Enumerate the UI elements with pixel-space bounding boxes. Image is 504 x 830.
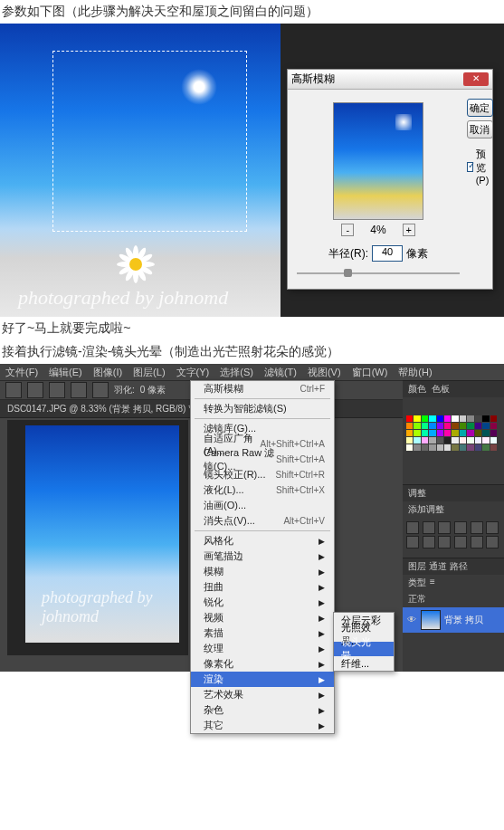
swatch[interactable] bbox=[452, 437, 458, 444]
menu-filter[interactable]: 滤镜(T) bbox=[259, 366, 302, 379]
swatch[interactable] bbox=[437, 444, 443, 451]
adj-icon[interactable] bbox=[423, 521, 435, 534]
menu-image[interactable]: 图像(I) bbox=[88, 366, 128, 379]
close-icon[interactable]: ✕ bbox=[463, 72, 489, 86]
feather-value[interactable]: 0 像素 bbox=[140, 384, 166, 396]
swatch[interactable] bbox=[422, 444, 428, 451]
menu-oil-paint[interactable]: 油画(O)... bbox=[191, 498, 334, 513]
swatch[interactable] bbox=[467, 430, 473, 436]
adj-icon[interactable] bbox=[454, 521, 467, 534]
swatch[interactable] bbox=[452, 444, 458, 451]
swatch[interactable] bbox=[482, 423, 489, 429]
swatch[interactable] bbox=[422, 415, 428, 422]
menu-vanishing-point[interactable]: 消失点(V)...Alt+Ctrl+V bbox=[191, 513, 334, 529]
swatch[interactable] bbox=[406, 444, 413, 451]
swatch[interactable] bbox=[482, 415, 489, 422]
menu-help[interactable]: 帮助(H) bbox=[393, 366, 437, 379]
menu-last-filter[interactable]: 高斯模糊Ctrl+F bbox=[191, 381, 334, 396]
radius-input[interactable]: 40 bbox=[372, 245, 403, 262]
swatch[interactable] bbox=[467, 423, 473, 429]
swatch[interactable] bbox=[490, 423, 497, 429]
swatch[interactable] bbox=[467, 437, 473, 444]
layers-tabs[interactable]: 图层 通道 路径 bbox=[403, 558, 504, 575]
sel-int-icon[interactable] bbox=[92, 382, 109, 398]
menu-lens-correction[interactable]: 镜头校正(R)...Shift+Ctrl+R bbox=[191, 467, 334, 482]
adj-icon[interactable] bbox=[486, 521, 499, 534]
swatch[interactable] bbox=[406, 430, 413, 436]
zoom-in-button[interactable]: + bbox=[403, 224, 415, 236]
menu-stylize[interactable]: 风格化▶ bbox=[191, 533, 334, 549]
swatch[interactable] bbox=[475, 430, 481, 436]
swatches-tabs[interactable]: 颜色 色板 bbox=[403, 380, 504, 397]
adjustments-header[interactable]: 调整 bbox=[403, 484, 504, 501]
layers-filter-row[interactable]: 类型≡ bbox=[403, 575, 504, 591]
swatch[interactable] bbox=[444, 430, 451, 436]
checkbox-icon[interactable] bbox=[467, 162, 473, 172]
swatch[interactable] bbox=[429, 415, 435, 422]
swatch[interactable] bbox=[460, 423, 466, 429]
preview-thumbnail[interactable] bbox=[333, 102, 423, 220]
zoom-out-button[interactable]: - bbox=[341, 224, 354, 236]
adjustments-icons[interactable] bbox=[403, 518, 504, 552]
adj-icon[interactable] bbox=[406, 536, 419, 549]
layer-name[interactable]: 背景 拷贝 bbox=[444, 614, 483, 626]
swatch[interactable] bbox=[475, 423, 481, 429]
swatch[interactable] bbox=[414, 415, 420, 422]
adj-icon[interactable] bbox=[486, 536, 499, 549]
sub-lens-flare[interactable]: 镜头光晕... bbox=[334, 642, 394, 656]
swatch[interactable] bbox=[422, 423, 428, 429]
swatch[interactable] bbox=[437, 415, 443, 422]
menu-other[interactable]: 其它▶ bbox=[191, 718, 334, 733]
cancel-button[interactable]: 取消 bbox=[467, 120, 493, 138]
swatch[interactable] bbox=[482, 437, 489, 444]
swatch[interactable] bbox=[429, 423, 435, 429]
slider-thumb[interactable] bbox=[344, 269, 352, 277]
swatches-grid[interactable] bbox=[406, 415, 497, 479]
menu-bar[interactable]: 文件(F) 编辑(E) 图像(I) 图层(L) 文字(Y) 选择(S) 滤镜(T… bbox=[0, 364, 504, 380]
menu-layer[interactable]: 图层(L) bbox=[128, 366, 170, 379]
menu-edit[interactable]: 编辑(E) bbox=[43, 366, 88, 379]
swatch[interactable] bbox=[460, 415, 466, 422]
swatch[interactable] bbox=[452, 430, 458, 436]
visibility-icon[interactable]: 👁 bbox=[406, 615, 417, 625]
swatch[interactable] bbox=[429, 437, 435, 444]
swatch[interactable] bbox=[406, 423, 413, 429]
menu-brush-strokes[interactable]: 画笔描边▶ bbox=[191, 549, 334, 564]
swatch[interactable] bbox=[467, 415, 473, 422]
swatch[interactable] bbox=[475, 437, 481, 444]
swatch[interactable] bbox=[414, 423, 420, 429]
swatch[interactable] bbox=[422, 430, 428, 436]
swatch[interactable] bbox=[437, 437, 443, 444]
swatch[interactable] bbox=[482, 444, 489, 451]
ok-button[interactable]: 确定 bbox=[467, 99, 493, 117]
adj-icon[interactable] bbox=[423, 536, 435, 549]
menu-convert-smart[interactable]: 转换为智能滤镜(S) bbox=[191, 401, 334, 416]
menu-select[interactable]: 选择(S) bbox=[214, 366, 259, 379]
menu-pixelate[interactable]: 像素化▶ bbox=[191, 656, 334, 672]
swatch[interactable] bbox=[452, 423, 458, 429]
menu-camera-raw[interactable]: Camera Raw 滤镜(C)...Shift+Ctrl+A bbox=[191, 452, 334, 467]
swatch[interactable] bbox=[429, 430, 435, 436]
sel-add-icon[interactable] bbox=[49, 382, 65, 398]
adj-icon[interactable] bbox=[406, 521, 419, 534]
swatch[interactable] bbox=[490, 444, 497, 451]
menu-blur[interactable]: 模糊▶ bbox=[191, 564, 334, 579]
adj-icon[interactable] bbox=[471, 536, 483, 549]
swatch[interactable] bbox=[444, 415, 451, 422]
adj-icon[interactable] bbox=[438, 536, 451, 549]
swatch[interactable] bbox=[444, 444, 451, 451]
menu-sharpen[interactable]: 锐化▶ bbox=[191, 595, 334, 610]
menu-type[interactable]: 文字(Y) bbox=[171, 366, 215, 379]
menu-artistic[interactable]: 艺术效果▶ bbox=[191, 687, 334, 702]
adj-icon[interactable] bbox=[471, 521, 483, 534]
tool-icon[interactable] bbox=[5, 382, 22, 398]
layer-thumbnail[interactable] bbox=[421, 610, 441, 630]
menu-view[interactable]: 视图(V) bbox=[302, 366, 347, 379]
menu-liquify[interactable]: 液化(L)...Shift+Ctrl+X bbox=[191, 482, 334, 498]
menu-file[interactable]: 文件(F) bbox=[0, 366, 43, 379]
menu-texture[interactable]: 纹理▶ bbox=[191, 641, 334, 656]
swatch[interactable] bbox=[467, 444, 473, 451]
swatch[interactable] bbox=[460, 430, 466, 436]
swatch[interactable] bbox=[429, 444, 435, 451]
canvas-area-2[interactable]: photographed by johnomd bbox=[7, 420, 188, 655]
